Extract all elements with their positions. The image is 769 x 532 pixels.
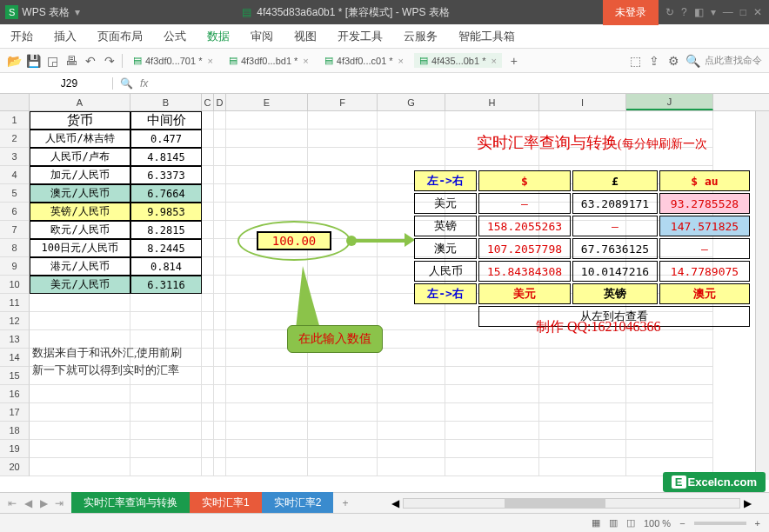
menu-review[interactable]: 审阅 bbox=[251, 29, 273, 44]
cell[interactable] bbox=[214, 239, 226, 257]
cell[interactable]: 6.3373 bbox=[130, 166, 202, 184]
cell[interactable] bbox=[30, 458, 130, 476]
cell[interactable] bbox=[214, 148, 226, 166]
cell[interactable] bbox=[202, 221, 214, 239]
view-break-icon[interactable]: ◫ bbox=[626, 517, 635, 529]
cell[interactable] bbox=[202, 330, 214, 349]
cell[interactable] bbox=[202, 458, 214, 476]
cell[interactable] bbox=[130, 312, 202, 330]
cell[interactable]: 6.3116 bbox=[130, 276, 202, 294]
menu-layout[interactable]: 页面布局 bbox=[97, 29, 143, 44]
cell[interactable]: 澳元/人民币 bbox=[30, 184, 130, 203]
cell[interactable] bbox=[30, 440, 130, 458]
cell[interactable] bbox=[214, 403, 226, 422]
cell[interactable]: 4.8145 bbox=[130, 148, 202, 166]
cell[interactable] bbox=[214, 184, 226, 203]
close-tab-icon[interactable]: × bbox=[303, 56, 308, 66]
cell[interactable] bbox=[226, 367, 308, 385]
search-prompt[interactable]: 点此查找命令 bbox=[705, 54, 762, 67]
cell[interactable] bbox=[226, 130, 308, 148]
cell[interactable]: 英镑/人民币 bbox=[30, 203, 130, 221]
cell[interactable] bbox=[445, 367, 539, 385]
col-header-b[interactable]: B bbox=[130, 94, 202, 110]
cell[interactable] bbox=[202, 294, 214, 312]
zoom-level[interactable]: 100 % bbox=[644, 518, 671, 529]
cell[interactable] bbox=[308, 111, 378, 130]
amount-input[interactable]: 100.00 bbox=[257, 231, 331, 250]
cell[interactable] bbox=[202, 184, 214, 203]
minimize-icon[interactable]: — bbox=[723, 6, 733, 18]
close-tab-icon[interactable]: × bbox=[207, 56, 212, 66]
col-header-a[interactable]: A bbox=[30, 94, 130, 110]
cell[interactable] bbox=[202, 403, 214, 422]
cell[interactable] bbox=[130, 422, 202, 440]
cell[interactable] bbox=[308, 403, 378, 422]
cell[interactable] bbox=[445, 111, 539, 130]
select-all-corner[interactable] bbox=[0, 94, 30, 110]
cell[interactable] bbox=[308, 148, 378, 166]
cell[interactable] bbox=[202, 148, 214, 166]
cell[interactable] bbox=[226, 203, 308, 221]
cell[interactable] bbox=[539, 458, 626, 476]
menu-insert[interactable]: 插入 bbox=[54, 29, 77, 44]
zoom-in-icon[interactable]: + bbox=[755, 518, 760, 529]
cell[interactable] bbox=[202, 276, 214, 294]
row-header[interactable]: 12 bbox=[0, 312, 30, 330]
cell[interactable] bbox=[202, 203, 214, 221]
cell[interactable] bbox=[445, 403, 539, 422]
tab-prev-icon[interactable]: ◀ bbox=[21, 497, 35, 509]
fx-label[interactable]: fx bbox=[140, 77, 148, 90]
cell[interactable] bbox=[539, 111, 626, 130]
col-header-i[interactable]: I bbox=[539, 94, 626, 110]
doc-tab-4[interactable]: ▤4f435...0b1 *× bbox=[414, 53, 502, 68]
col-header-h[interactable]: H bbox=[445, 94, 539, 110]
cell[interactable] bbox=[626, 403, 713, 422]
toolbar-home-icon[interactable]: ⬚ bbox=[628, 54, 642, 68]
cell[interactable]: 9.9853 bbox=[130, 203, 202, 221]
cell[interactable] bbox=[226, 422, 308, 440]
toolbar-share-icon[interactable]: ⇪ bbox=[647, 54, 661, 68]
cell[interactable]: 中间价 bbox=[130, 111, 202, 130]
horizontal-scrollbar[interactable]: ◀▶ bbox=[391, 497, 769, 509]
skin-icon[interactable]: ◧ bbox=[694, 6, 704, 18]
cell[interactable] bbox=[445, 458, 539, 476]
col-header-g[interactable]: G bbox=[378, 94, 445, 110]
sheet-tab-3[interactable]: 实时汇率2 bbox=[262, 492, 334, 514]
cell[interactable] bbox=[539, 385, 626, 403]
cell[interactable]: 人民币/卢布 bbox=[30, 148, 130, 166]
cell[interactable] bbox=[214, 111, 226, 130]
cell[interactable] bbox=[626, 385, 713, 403]
cell[interactable] bbox=[202, 440, 214, 458]
menu-dev[interactable]: 开发工具 bbox=[338, 29, 383, 44]
cell[interactable]: 100日元/人民币 bbox=[30, 239, 130, 257]
vertical-scrollbar[interactable] bbox=[755, 111, 769, 480]
cell[interactable] bbox=[202, 422, 214, 440]
app-dropdown-icon[interactable]: ▾ bbox=[75, 6, 80, 18]
cell[interactable] bbox=[130, 458, 202, 476]
row-header[interactable]: 15 bbox=[0, 367, 30, 385]
cell[interactable] bbox=[214, 330, 226, 349]
row-header[interactable]: 18 bbox=[0, 422, 30, 440]
cell[interactable] bbox=[202, 130, 214, 148]
menu-aitools[interactable]: 智能工具箱 bbox=[458, 29, 515, 44]
cell[interactable] bbox=[378, 111, 445, 130]
cell[interactable] bbox=[378, 385, 445, 403]
cell[interactable] bbox=[445, 349, 539, 367]
cell[interactable] bbox=[308, 422, 378, 440]
col-header-j[interactable]: J bbox=[626, 94, 713, 110]
cell[interactable] bbox=[539, 403, 626, 422]
print-preview-icon[interactable]: ◲ bbox=[45, 54, 59, 68]
cell[interactable]: 美元/人民币 bbox=[30, 276, 130, 294]
row-header[interactable]: 14 bbox=[0, 349, 30, 367]
cell[interactable] bbox=[539, 349, 626, 367]
cell[interactable] bbox=[378, 330, 445, 349]
row-header[interactable]: 13 bbox=[0, 330, 30, 349]
cell[interactable] bbox=[30, 403, 130, 422]
help-icon[interactable]: ? bbox=[681, 6, 687, 18]
cell[interactable] bbox=[378, 440, 445, 458]
add-sheet-icon[interactable]: + bbox=[333, 497, 357, 509]
cell[interactable] bbox=[202, 166, 214, 184]
cell-reference-box[interactable]: J29 bbox=[26, 77, 113, 90]
cell[interactable]: 加元/人民币 bbox=[30, 166, 130, 184]
row-header[interactable]: 16 bbox=[0, 385, 30, 403]
